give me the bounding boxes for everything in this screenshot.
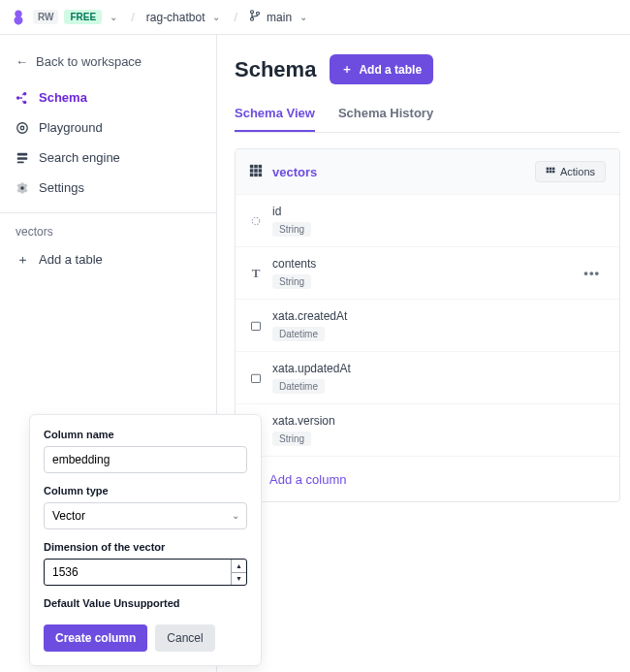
branch-crumb[interactable]: main	[267, 11, 292, 24]
column-name-input[interactable]	[44, 446, 247, 473]
column-row[interactable]: xata.createdAt Datetime	[236, 299, 619, 351]
sidebar-add-table-label: Add a table	[39, 252, 103, 267]
svg-rect-12	[254, 164, 258, 168]
logo-icon[interactable]	[10, 9, 27, 26]
column-row[interactable]: xata.updatedAt Datetime	[236, 351, 619, 403]
svg-point-26	[252, 217, 260, 225]
sidebar-item-playground[interactable]: Playground	[0, 112, 216, 143]
column-row[interactable]: T contents String •••	[236, 246, 619, 299]
chevron-down-icon[interactable]: ⌄	[110, 12, 117, 22]
column-type-pill: String	[272, 432, 311, 446]
svg-rect-21	[550, 168, 552, 171]
arrow-left-icon: ←	[16, 54, 28, 69]
default-value-hint: Default Value Unsupported	[44, 597, 247, 609]
tab-schema-view[interactable]: Schema View	[235, 98, 315, 132]
column-type-select[interactable]: Vector	[44, 502, 247, 529]
search-engine-icon	[16, 151, 29, 165]
create-column-button[interactable]: Create column	[44, 624, 147, 652]
plan-badge: FREE	[64, 10, 102, 24]
tab-schema-history[interactable]: Schema History	[338, 98, 433, 132]
table-header: vectors Actions	[236, 149, 619, 194]
topbar: RW FREE ⌄ / rag-chatbot ⌄ / main ⌄	[0, 0, 630, 35]
svg-rect-15	[254, 169, 258, 173]
column-row[interactable]: id String	[236, 194, 619, 246]
svg-rect-28	[252, 374, 261, 382]
svg-point-5	[23, 100, 27, 104]
sidebar-item-label: Schema	[39, 90, 87, 105]
column-name: xata.version	[272, 414, 335, 428]
vector-dimension-input[interactable]	[44, 559, 247, 586]
spinner-up[interactable]: ▲	[232, 560, 246, 572]
table-icon	[249, 164, 263, 180]
project-crumb[interactable]: rag-chatbot	[146, 11, 205, 24]
sidebar-item-label: Settings	[39, 180, 84, 195]
vector-dimension-label: Dimension of the vector	[44, 541, 247, 553]
column-type-pill: Datetime	[272, 379, 325, 394]
schema-icon	[16, 91, 29, 105]
column-name: contents	[272, 257, 316, 271]
column-type-pill: String	[272, 274, 311, 289]
svg-rect-24	[550, 171, 552, 174]
svg-rect-19	[259, 173, 263, 176]
add-column-popover: Column name Column type Vector ⌄ Dimensi…	[29, 414, 262, 666]
column-name: xata.updatedAt	[272, 362, 351, 375]
add-table-button-label: Add a table	[359, 63, 422, 77]
table-name[interactable]: vectors	[272, 165, 317, 179]
svg-point-4	[23, 91, 27, 95]
gear-icon	[16, 181, 29, 195]
svg-point-6	[17, 122, 28, 133]
text-icon: T	[249, 267, 263, 280]
chevron-down-icon[interactable]: ⌄	[212, 12, 220, 22]
column-name-label: Column name	[44, 429, 247, 440]
svg-point-1	[251, 17, 254, 20]
svg-rect-20	[547, 168, 550, 171]
chevron-down-icon[interactable]: ⌄	[299, 12, 307, 22]
sidebar-item-settings[interactable]: Settings	[0, 173, 216, 203]
more-icon[interactable]: •••	[583, 266, 600, 280]
column-type-label: Column type	[44, 485, 247, 496]
datetime-icon	[249, 371, 263, 385]
svg-rect-11	[250, 164, 254, 168]
back-to-workspace-link[interactable]: ← Back to workspace	[0, 47, 216, 77]
svg-point-7	[20, 126, 24, 130]
svg-rect-9	[17, 157, 28, 160]
column-type-pill: Datetime	[272, 327, 325, 341]
plus-icon: ＋	[16, 253, 29, 267]
sidebar-add-table[interactable]: ＋ Add a table	[0, 244, 216, 274]
add-table-button[interactable]: ＋ Add a table	[330, 54, 433, 84]
number-spinner: ▲ ▼	[231, 560, 246, 585]
svg-rect-8	[17, 152, 28, 155]
sidebar-item-label: Search engine	[39, 150, 120, 165]
tabs: Schema View Schema History	[235, 98, 620, 133]
sidebar-item-label: Playground	[39, 120, 103, 135]
add-column-button[interactable]: ＋ Add a column	[236, 456, 619, 501]
id-icon	[249, 214, 263, 228]
breadcrumb-separator: /	[234, 10, 237, 24]
svg-rect-16	[259, 169, 263, 173]
svg-rect-10	[17, 161, 24, 163]
sidebar-item-schema[interactable]: Schema	[0, 82, 216, 112]
column-row[interactable]: T xata.version String	[236, 403, 619, 456]
spinner-down[interactable]: ▼	[232, 572, 246, 586]
svg-rect-23	[547, 171, 550, 174]
svg-rect-22	[552, 168, 555, 171]
workspace-badge[interactable]: RW	[33, 10, 58, 24]
table-actions-button[interactable]: Actions	[535, 161, 606, 182]
page-title: Schema	[235, 57, 316, 82]
sidebar-table-ref[interactable]: vectors	[0, 219, 216, 244]
datetime-icon	[249, 319, 263, 333]
svg-rect-13	[259, 164, 263, 168]
svg-rect-27	[252, 322, 261, 330]
table-card: vectors Actions id String T	[235, 148, 620, 502]
svg-rect-17	[250, 173, 254, 176]
plus-icon: ＋	[341, 61, 353, 78]
svg-rect-25	[552, 171, 555, 174]
branch-icon	[249, 10, 261, 24]
sidebar-item-search-engine[interactable]: Search engine	[0, 143, 216, 173]
playground-icon	[16, 121, 29, 135]
svg-rect-18	[254, 173, 258, 176]
add-column-label: Add a column	[269, 472, 347, 487]
column-type-pill: String	[272, 222, 311, 237]
cancel-button[interactable]: Cancel	[155, 624, 214, 652]
column-name: id	[272, 205, 311, 218]
